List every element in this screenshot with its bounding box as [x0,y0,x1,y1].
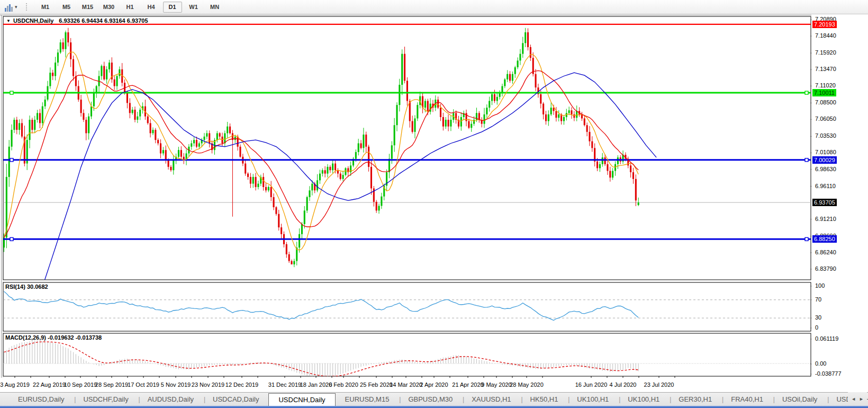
chart-tab-gbpusd-m30[interactable]: GBPUSD,M30| [399,393,462,406]
chart-canvas[interactable] [0,14,811,392]
date-tick-label: 23 Nov 2019 [192,382,224,388]
chart-menu-caret-icon[interactable]: ▼ [6,19,11,23]
chart-tab-usdcad-daily[interactable]: USDCAD,Daily [203,393,268,406]
date-tick-label: 21 Apr 2020 [452,382,483,388]
chart-tab-usoil-daily[interactable]: USOil,Daily| [773,393,827,406]
toolbar-grip-handle[interactable] [25,2,28,12]
price-label-7.00029: 7.00029 [812,156,837,164]
chart-tab-fra40-h1[interactable]: FRA40,H1| [721,393,773,406]
rsi-scale-tick: 70 [815,296,821,303]
mt4-window: ▾ M1M5M15M30H1H4D1W1MN ▼ USDCNH,Daily 6.… [0,0,868,408]
current-price-label: 6.93705 [812,199,837,206]
tf-button-d1[interactable]: D1 [163,2,182,13]
date-tick-label: 28 Sep 2019 [95,382,128,388]
macd-indicator-label: MACD(12,26,9) -0.019632 -0.013738 [5,334,102,341]
date-tick-label: 3 Aug 2019 [0,382,30,388]
chart-symbol-label: USDCNH,Daily [13,17,53,24]
date-tick-label: 4 Jul 2020 [610,382,637,388]
price-tick: 7.15920 [815,49,836,56]
date-tick-label: 31 Dec 2019 [268,382,301,388]
price-label-7.20193: 7.20193 [812,21,837,28]
tab-scroll-left-icon[interactable]: ◄ [851,396,856,402]
tf-button-h1[interactable]: H1 [121,2,140,13]
chart-tab-ger30-h1[interactable]: GER30,H1| [669,393,721,406]
main-price-panel[interactable] [3,24,811,376]
price-tick: 7.18440 [815,32,836,39]
chart-tab-uk100-h1[interactable]: UK100,H1| [618,393,669,406]
chart-window: ▼ USDCNH,Daily 6.93326 6.94434 6.93164 6… [0,14,868,392]
tf-button-mn[interactable]: MN [205,2,224,13]
chart-periods-icon[interactable] [3,2,14,12]
chart-tab-hk50-h1[interactable]: HK50,H1| [521,393,568,406]
price-tick: 7.11020 [815,82,836,88]
price-tick: 6.83790 [815,265,836,272]
price-label-7.10011: 7.10011 [812,89,836,96]
chart-tab-bar: EURUSD,Daily|USDCHF,Daily|AUDUSD,Daily|U… [0,392,868,406]
macd-scale-tick: 0.061119 [815,335,838,342]
chart-tab-usdchf-daily[interactable]: USDCHF,Daily| [74,393,138,406]
tf-button-w1[interactable]: W1 [184,2,203,13]
date-tick-label: 2 Apr 2020 [420,382,448,388]
chart-ohlc-values: 6.93326 6.94434 6.93164 6.93705 [59,17,148,24]
chart-title: ▼ USDCNH,Daily 6.93326 6.94434 6.93164 6… [6,17,148,24]
chart-tab-eurusd-m15[interactable]: EURUSD,M15| [336,393,399,406]
date-tick-label: 9 May 2020 [481,382,511,388]
macd-scale-tick: 0.00 [815,360,826,367]
macd-scale-tick: -0.038777 [815,370,842,377]
date-tick-label: 16 Jun 2020 [575,382,608,388]
date-tick-label: 12 Dec 2019 [225,382,258,388]
date-tick-label: 10 Sep 2019 [64,382,97,388]
rsi-panel[interactable] [3,291,811,321]
macd-signal-line [4,342,639,376]
date-tick-label: 23 Jul 2020 [644,382,674,388]
price-axis[interactable]: 7.208907.184407.159207.134707.110207.085… [811,14,868,392]
tf-button-m30[interactable]: M30 [100,2,119,13]
tf-button-h4[interactable]: H4 [142,2,161,13]
time-axis[interactable]: 3 Aug 201922 Aug 201910 Sep 201928 Sep 2… [0,378,811,392]
macd-panel[interactable] [3,340,811,378]
price-label-6.88250: 6.88250 [812,235,837,243]
window-bottom-strip [0,406,868,408]
rsi-scale-tick: 100 [815,282,825,289]
chart-tab-audusd-daily[interactable]: AUDUSD,Daily| [138,393,203,406]
price-tick: 7.06050 [815,116,836,122]
timeframe-toolbar: ▾ M1M5M15M30H1H4D1W1MN [0,0,868,14]
tf-button-m1[interactable]: M1 [36,2,55,13]
timeframe-buttons: M1M5M15M30H1H4D1W1MN [35,2,225,13]
tab-scroll-arrows: ◄ ► [848,392,867,406]
date-tick-label: 5 Nov 2019 [161,382,191,388]
price-tick: 7.01080 [815,149,836,155]
date-tick-label: 17 Oct 2019 [128,382,159,388]
price-tick: 7.13470 [815,66,836,72]
chart-tab-usdcnh-daily[interactable]: USDCNH,Daily [268,393,335,406]
price-tick: 7.08500 [815,99,836,105]
date-tick-label: 22 Aug 2019 [33,382,66,388]
date-tick-label: 25 Feb 2020 [360,382,393,388]
date-tick-label: 18 Jan 2020 [300,382,332,388]
price-tick: 6.96110 [815,183,836,189]
date-tick-label: 28 May 2020 [510,382,544,388]
price-tick: 6.98630 [815,166,836,172]
rsi-scale-tick: 30 [815,314,821,321]
chart-tab-eurusd-daily[interactable]: EURUSD,Daily| [8,393,74,406]
date-tick-label: 6 Feb 2020 [329,382,358,388]
tf-button-m5[interactable]: M5 [57,2,76,13]
date-tick-label: 14 Mar 2020 [390,382,422,388]
candlestick-series [3,28,639,268]
price-tick: 7.03530 [815,132,836,139]
price-tick: 6.91210 [815,216,836,222]
chart-tab-uk100-h1[interactable]: UK100,H1| [567,393,618,406]
macd-histogram [4,340,639,378]
chevron-down-icon[interactable]: ▾ [15,4,17,10]
chart-tab-xauusd-h1[interactable]: XAUUSD,H1| [462,393,520,406]
tab-scroll-right-icon[interactable]: ► [859,396,864,402]
rsi-indicator-label: RSI(14) 30.0682 [5,283,48,290]
tf-button-m15[interactable]: M15 [78,2,97,13]
price-tick: 6.86240 [815,249,836,255]
rsi-scale-tick: 0 [815,324,818,331]
